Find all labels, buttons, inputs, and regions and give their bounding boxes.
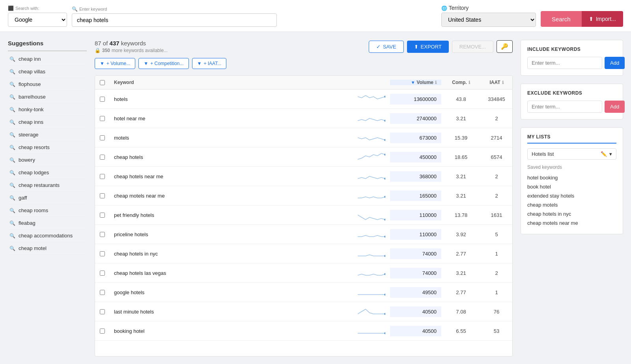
chevron-down-icon[interactable]: ▾ [609, 151, 612, 157]
row-checkbox-cell[interactable] [95, 249, 109, 259]
iaat-cell: 2 [481, 268, 512, 278]
table-row[interactable]: priceline hotels 110000 3.92 5 [95, 225, 512, 244]
select-all-header[interactable] [95, 80, 109, 85]
volume-cell: 673000 [390, 133, 441, 143]
suggestion-item[interactable]: 🔍cheap accommodations [8, 230, 87, 242]
row-checkbox-cell[interactable] [95, 172, 109, 181]
search-engine-select[interactable]: Google [8, 13, 67, 27]
suggestion-item[interactable]: 🔍cheap villas [8, 65, 87, 78]
row-checkbox-cell[interactable] [95, 94, 109, 104]
search-button[interactable]: Search [541, 11, 582, 27]
territory-label: 🌐 Territory [441, 5, 536, 11]
search-icon: 🔍 [9, 56, 15, 62]
remove-button[interactable]: REMOVE... [452, 41, 493, 53]
row-checkbox[interactable] [100, 193, 105, 198]
row-checkbox-cell[interactable] [95, 287, 109, 297]
upload-icon: ⬆ [589, 16, 594, 22]
suggestion-item[interactable]: 🔍barrelhouse [8, 91, 87, 103]
suggestion-item[interactable]: 🔍honky-tonk [8, 103, 87, 116]
table-row[interactable]: hotel near me 2740000 3.21 2 [95, 109, 512, 128]
include-keywords-input[interactable] [527, 57, 602, 69]
iaat-filter-button[interactable]: ▼ + IAAT... [192, 58, 227, 69]
row-checkbox-cell[interactable] [95, 152, 109, 162]
table-row[interactable]: cheap motels near me 165000 3.21 2 [95, 186, 512, 205]
suggestion-item[interactable]: 🔍cheap inns [8, 116, 87, 129]
row-checkbox-cell[interactable] [95, 210, 109, 220]
row-checkbox-cell[interactable] [95, 191, 109, 201]
row-checkbox[interactable] [100, 309, 105, 314]
suggestion-item[interactable]: 🔍cheap resorts [8, 141, 87, 154]
list-selector[interactable]: Hotels list ✏️ ▾ [527, 148, 616, 160]
row-checkbox[interactable] [100, 290, 105, 295]
table-row[interactable]: hotels 13600000 43.8 334845 [95, 90, 512, 109]
suggestion-item[interactable]: 🔍gaff [8, 192, 87, 204]
row-checkbox-cell[interactable] [95, 114, 109, 123]
select-all-checkbox[interactable] [100, 80, 105, 85]
row-checkbox[interactable] [100, 329, 105, 334]
search-icon: 🔍 [9, 195, 15, 201]
row-checkbox[interactable] [100, 97, 105, 102]
suggestion-item[interactable]: 🔍cheap inn [8, 53, 87, 65]
table-row[interactable]: booking hotel 40500 6.55 53 [95, 321, 512, 341]
keywords-table: Keyword ▼ Volume ℹ Comp. ℹ IAAT ℹ [95, 75, 513, 357]
territory-select[interactable]: United States [441, 13, 536, 27]
volume-info-icon[interactable]: ℹ [435, 80, 437, 85]
row-checkbox[interactable] [100, 135, 105, 140]
table-row[interactable]: cheap hotels in nyc 74000 2.77 1 [95, 244, 512, 263]
keyword-input[interactable] [72, 13, 277, 27]
volume-cell: 13600000 [390, 94, 441, 105]
suggestion-item[interactable]: 🔍cheap motel [8, 242, 87, 255]
search-icon: 🔍 [9, 145, 15, 150]
volume-filter-button[interactable]: ▼ + Volume... [95, 58, 135, 69]
suggestion-item[interactable]: 🔍cheap lodges [8, 166, 87, 179]
include-add-button[interactable]: Add [605, 57, 625, 69]
row-checkbox[interactable] [100, 251, 105, 256]
suggestions-title: Suggestions [8, 40, 87, 47]
row-checkbox[interactable] [100, 213, 105, 218]
table-row[interactable]: last minute hotels 40500 7.08 76 [95, 302, 512, 321]
row-checkbox-cell[interactable] [95, 307, 109, 317]
table-row[interactable]: cheap hotels las vegas 74000 3.21 2 [95, 263, 512, 283]
svg-point-10 [385, 294, 386, 296]
volume-cell: 40500 [390, 326, 441, 336]
table-row[interactable]: pet friendly hotels 110000 13.78 1631 [95, 205, 512, 225]
suggestion-item[interactable]: 🔍bowery [8, 154, 87, 166]
search-icon: 🔍 [9, 82, 15, 87]
row-checkbox[interactable] [100, 174, 105, 179]
table-row[interactable]: cheap hotels near me 368000 3.21 2 [95, 167, 512, 186]
suggestion-item[interactable]: 🔍flophouse [8, 78, 87, 91]
filter-icon-1: ▼ [100, 61, 105, 66]
row-checkbox[interactable] [100, 232, 105, 237]
row-checkbox[interactable] [100, 271, 105, 276]
suggestion-item[interactable]: 🔍steerage [8, 129, 87, 141]
save-button[interactable]: ✓ SAVE [369, 41, 404, 53]
svg-point-5 [385, 196, 386, 198]
row-checkbox-cell[interactable] [95, 326, 109, 336]
saved-keywords-list: hotel bookingbook hotelextended stay hot… [527, 173, 616, 228]
suggestion-item[interactable]: 🔍cheap restaurants [8, 179, 87, 192]
suggestion-item[interactable]: 🔍fleabag [8, 217, 87, 230]
exclude-add-button[interactable]: Add [605, 101, 625, 113]
row-checkbox[interactable] [100, 116, 105, 121]
row-checkbox[interactable] [100, 155, 105, 160]
row-checkbox-cell[interactable] [95, 230, 109, 239]
volume-column-header[interactable]: ▼ Volume ℹ [390, 80, 441, 85]
edit-list-icon[interactable]: ✏️ [601, 151, 607, 157]
table-row[interactable]: google hotels 49500 2.77 1 [95, 283, 512, 302]
table-row[interactable]: motels 673000 15.39 2714 [95, 128, 512, 147]
comp-info-icon[interactable]: ℹ [469, 80, 470, 85]
row-checkbox-cell[interactable] [95, 268, 109, 278]
export-button[interactable]: ⬆ EXPORT [407, 41, 449, 53]
svg-point-7 [385, 236, 386, 238]
key-button[interactable]: 🔑 [497, 40, 513, 53]
table-row[interactable]: cheap hotels 450000 18.65 6574 [95, 147, 512, 167]
saved-keyword-item: cheap motels [527, 200, 616, 209]
iaat-info-icon[interactable]: ℹ [502, 80, 504, 85]
iaat-cell: 2714 [481, 133, 512, 143]
header-actions: ✓ SAVE ⬆ EXPORT REMOVE... 🔑 [369, 40, 513, 53]
suggestion-item[interactable]: 🔍cheap rooms [8, 204, 87, 217]
row-checkbox-cell[interactable] [95, 133, 109, 143]
exclude-keywords-input[interactable] [527, 101, 602, 113]
competition-filter-button[interactable]: ▼ + Competition... [138, 58, 189, 69]
import-button[interactable]: ⬆ Import... [582, 11, 623, 27]
